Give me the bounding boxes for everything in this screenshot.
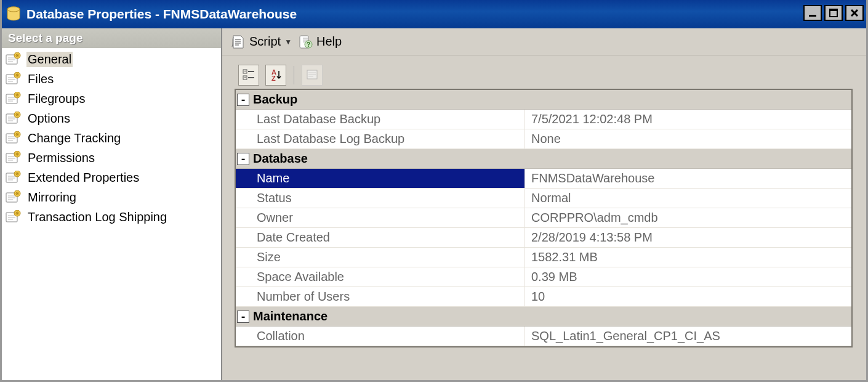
property-value: FNMSDataWarehouse (525, 169, 851, 188)
sidebar-item-permissions[interactable]: Permissions (2, 148, 221, 168)
property-grid-toolbar: + + A Z (222, 55, 866, 89)
property-name: Date Created (236, 228, 525, 247)
svg-text:+: + (244, 75, 246, 79)
property-pages-button[interactable] (302, 65, 323, 86)
property-row[interactable]: Date Created2/28/2019 4:13:58 PM (236, 228, 851, 248)
help-icon: ? (298, 35, 313, 49)
property-value: 1582.31 MB (525, 248, 851, 267)
sidebar-item-options[interactable]: Options (2, 108, 221, 128)
sidebar-item-label: Permissions (26, 150, 96, 166)
category-maintenance: -Maintenance (236, 307, 851, 327)
toolbar: Script ▼ ? Help (222, 28, 866, 55)
property-value: 10 (525, 287, 851, 306)
help-label: Help (316, 35, 342, 49)
svg-text:+: + (244, 69, 246, 73)
collapse-toggle[interactable]: - (237, 311, 249, 323)
property-name: Status (236, 189, 525, 208)
category-backup: -Backup (236, 90, 851, 110)
page-icon (6, 72, 22, 86)
property-row[interactable]: Space Available0.39 MB (236, 267, 851, 287)
page-icon (6, 112, 22, 125)
property-name: Name (236, 169, 525, 188)
dialog-window: Database Properties - FNMSDataWarehouse … (0, 0, 868, 382)
property-pages-icon (306, 69, 318, 81)
page-icon (6, 92, 22, 105)
chevron-down-icon: ▼ (284, 38, 292, 46)
property-name: Last Database Log Backup (236, 129, 525, 148)
page-icon (6, 171, 22, 184)
minimize-button[interactable] (803, 5, 822, 21)
property-name: Size (236, 248, 525, 267)
property-row[interactable]: CollationSQL_Latin1_General_CP1_CI_AS (236, 327, 851, 346)
script-label: Script (249, 35, 281, 49)
property-row[interactable]: Number of Users10 (236, 287, 851, 307)
property-row[interactable]: StatusNormal (236, 189, 851, 208)
property-name: Last Database Backup (236, 110, 525, 129)
category-title: Database (253, 152, 308, 166)
sidebar-item-general[interactable]: General (2, 49, 221, 69)
toolbar-divider (294, 66, 294, 84)
categorized-icon: + + (243, 69, 255, 81)
categorized-button[interactable]: + + (238, 65, 259, 86)
property-value: 7/5/2021 12:02:48 PM (525, 110, 851, 129)
property-name: Collation (236, 327, 525, 346)
sidebar-item-label: Options (26, 111, 71, 126)
property-value: 2/28/2019 4:13:58 PM (525, 228, 851, 247)
property-value: 0.39 MB (525, 267, 851, 286)
page-icon (6, 131, 22, 145)
window-title: Database Properties - FNMSDataWarehouse (26, 7, 297, 22)
property-value: SQL_Latin1_General_CP1_CI_AS (525, 327, 851, 346)
sidebar-item-label: Extended Properties (26, 170, 140, 185)
database-icon (6, 6, 22, 23)
help-button[interactable]: ? Help (298, 35, 342, 49)
page-icon (6, 190, 22, 204)
collapse-toggle[interactable]: - (237, 153, 249, 165)
category-database: -Database (236, 149, 851, 169)
category-title: Maintenance (253, 309, 328, 323)
property-value: None (525, 129, 851, 148)
sidebar-item-transaction-log-shipping[interactable]: Transaction Log Shipping (2, 207, 221, 227)
svg-text:Z: Z (271, 75, 276, 82)
property-row[interactable]: Last Database Log BackupNone (236, 129, 851, 149)
property-name: Number of Users (236, 287, 525, 306)
page-icon (6, 52, 22, 66)
sidebar-item-label: Change Tracking (26, 131, 122, 146)
sidebar-item-filegroups[interactable]: Filegroups (2, 89, 221, 108)
property-grid: -BackupLast Database Backup7/5/2021 12:0… (235, 89, 853, 347)
script-icon (231, 35, 246, 49)
sidebar-item-label: Mirroring (26, 190, 78, 205)
svg-rect-4 (830, 9, 837, 11)
svg-rect-28 (248, 71, 254, 72)
property-row[interactable]: Size1582.31 MB (236, 248, 851, 267)
property-value: Normal (525, 189, 851, 208)
sidebar-item-label: Files (26, 71, 55, 87)
property-name: Owner (236, 208, 525, 227)
script-button[interactable]: Script ▼ (231, 35, 292, 49)
category-title: Backup (253, 92, 297, 107)
maximize-button[interactable] (824, 5, 843, 21)
sidebar-item-files[interactable]: Files (2, 69, 221, 89)
close-button[interactable] (845, 5, 864, 21)
page-icon (6, 210, 22, 224)
alphabetical-icon: A Z (269, 68, 283, 82)
svg-text:?: ? (307, 41, 310, 48)
collapse-toggle[interactable]: - (237, 94, 249, 106)
alphabetical-button[interactable]: A Z (265, 65, 286, 86)
main-pane: Script ▼ ? Help + (222, 28, 866, 380)
property-row[interactable]: Last Database Backup7/5/2021 12:02:48 PM (236, 110, 851, 129)
sidebar-item-label: Transaction Log Shipping (26, 209, 168, 225)
page-icon (6, 151, 22, 165)
svg-rect-31 (248, 77, 254, 78)
sidebar-header: Select a page (2, 28, 221, 48)
property-row[interactable]: OwnerCORPPRO\adm_cmdb (236, 208, 851, 228)
sidebar-item-label: Filegroups (26, 91, 86, 107)
property-row[interactable]: NameFNMSDataWarehouse (236, 169, 851, 189)
page-selector-sidebar: Select a page General Files Filegroups O… (2, 28, 222, 380)
sidebar-item-mirroring[interactable]: Mirroring (2, 187, 221, 207)
property-value: CORPPRO\adm_cmdb (525, 208, 851, 227)
svg-rect-2 (809, 15, 816, 17)
property-name: Space Available (236, 267, 525, 286)
sidebar-item-change-tracking[interactable]: Change Tracking (2, 128, 221, 148)
sidebar-item-extended-properties[interactable]: Extended Properties (2, 168, 221, 187)
sidebar-item-label: General (26, 52, 73, 67)
